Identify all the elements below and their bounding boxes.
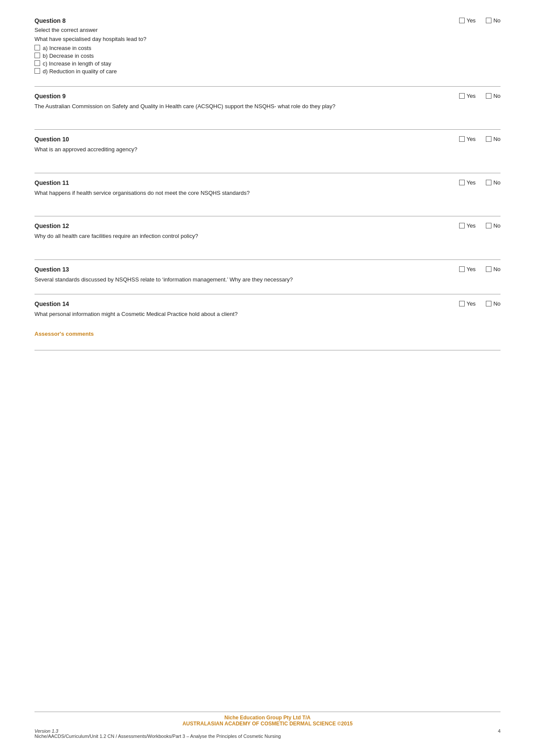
no-item-q13[interactable]: No [486, 266, 501, 272]
yes-no-group-q10: YesNo [440, 136, 501, 142]
option-label-q8-1: b) Decrease in costs [43, 53, 94, 59]
question-body-q14: What personal information might a Cosmet… [34, 310, 501, 319]
yes-item-q9[interactable]: Yes [459, 93, 476, 99]
yes-no-group-q8: YesNo [440, 17, 501, 24]
question-title-q8: Question 8 [34, 17, 66, 24]
no-label-q9: No [493, 93, 501, 99]
no-label-q14: No [493, 300, 501, 307]
yes-no-group-q9: YesNo [440, 93, 501, 99]
yes-checkbox-q14[interactable] [459, 301, 465, 306]
question-block-q9: Question 9YesNoThe Australian Commission… [34, 86, 501, 124]
question-block-q14: Question 14YesNoWhat personal informatio… [34, 294, 501, 323]
option-checkbox-q8-1[interactable] [34, 53, 40, 58]
no-item-q14[interactable]: No [486, 300, 501, 307]
no-checkbox-q11[interactable] [486, 180, 491, 185]
yes-no-group-q14: YesNo [440, 300, 501, 307]
footer-divider [34, 712, 501, 712]
yes-checkbox-q9[interactable] [459, 93, 465, 99]
footer-version: Version 1.3 [34, 728, 58, 734]
yes-checkbox-q13[interactable] [459, 266, 465, 272]
question-title-q13: Question 13 [34, 266, 69, 273]
assessor-label: Assessor's comments [34, 331, 501, 337]
divider-before-q11 [34, 173, 501, 173]
option-checkbox-q8-3[interactable] [34, 68, 40, 74]
no-item-q12[interactable]: No [486, 222, 501, 229]
option-q8-3[interactable]: d) Reduction in quality of care [34, 68, 501, 75]
divider-before-q12 [34, 216, 501, 216]
question-header-q11: Question 11YesNo [34, 179, 501, 186]
no-label-q10: No [493, 136, 501, 142]
yes-item-q14[interactable]: Yes [459, 300, 476, 307]
question-block-q13: Question 13YesNoSeveral standards discus… [34, 259, 501, 288]
yes-no-group-q11: YesNo [440, 179, 501, 186]
no-checkbox-q13[interactable] [486, 266, 491, 272]
question-body-q13: Several standards discussed by NSQHSS re… [34, 275, 501, 284]
option-label-q8-3: d) Reduction in quality of care [43, 68, 117, 75]
yes-item-q13[interactable]: Yes [459, 266, 476, 272]
yes-item-q8[interactable]: Yes [459, 17, 476, 24]
divider-before-q14 [34, 294, 501, 294]
question-header-q8: Question 8YesNo [34, 17, 501, 24]
no-label-q12: No [493, 222, 501, 229]
question-body-q12: Why do all health care facilities requir… [34, 232, 501, 241]
question-title-q9: Question 9 [34, 93, 66, 100]
footer-page: 4 [498, 728, 501, 739]
question-block-q12: Question 12YesNoWhy do all health care f… [34, 216, 501, 253]
yes-no-group-q13: YesNo [440, 266, 501, 272]
option-checkbox-q8-2[interactable] [34, 60, 40, 66]
no-item-q9[interactable]: No [486, 93, 501, 99]
question-body-q9: The Australian Commission on Safety and … [34, 102, 501, 111]
footer-path: Niche/AACDS/Curriculum/Unit 1.2 CN / Ass… [34, 734, 281, 739]
question-header-q9: Question 9YesNo [34, 93, 501, 100]
divider-before-q9 [34, 86, 501, 87]
no-checkbox-q8[interactable] [486, 18, 491, 23]
question-header-q10: Question 10YesNo [34, 136, 501, 143]
yes-checkbox-q12[interactable] [459, 223, 465, 228]
divider-before-q13 [34, 259, 501, 260]
option-checkbox-q8-0[interactable] [34, 45, 40, 50]
question-block-q10: Question 10YesNoWhat is an approved accr… [34, 129, 501, 167]
yes-label-q11: Yes [466, 179, 476, 186]
question-title-q11: Question 11 [34, 179, 69, 186]
yes-item-q12[interactable]: Yes [459, 222, 476, 229]
assessor-divider [34, 350, 501, 350]
yes-item-q11[interactable]: Yes [459, 179, 476, 186]
question-body-q11: What happens if health service organisat… [34, 189, 501, 197]
yes-checkbox-q10[interactable] [459, 136, 465, 142]
footer-brand-line2: AUSTRALASIAN ACADEMY OF COSMETIC DERMAL … [34, 721, 501, 727]
question-block-q8: Question 8YesNoSelect the correct answer… [34, 17, 501, 80]
question-title-q14: Question 14 [34, 300, 69, 307]
option-label-q8-0: a) Increase in costs [43, 45, 91, 51]
option-label-q8-2: c) Increase in length of stay [43, 60, 111, 67]
question-header-q12: Question 12YesNo [34, 222, 501, 229]
no-item-q8[interactable]: No [486, 17, 501, 24]
no-checkbox-q12[interactable] [486, 223, 491, 228]
option-q8-0[interactable]: a) Increase in costs [34, 45, 501, 51]
no-checkbox-q14[interactable] [486, 301, 491, 306]
divider-before-q10 [34, 129, 501, 130]
option-q8-1[interactable]: b) Decrease in costs [34, 53, 501, 59]
yes-label-q9: Yes [466, 93, 476, 99]
yes-label-q14: Yes [466, 300, 476, 307]
option-q8-2[interactable]: c) Increase in length of stay [34, 60, 501, 67]
no-item-q11[interactable]: No [486, 179, 501, 186]
no-label-q13: No [493, 266, 501, 272]
yes-no-group-q12: YesNo [440, 222, 501, 229]
question-title-q12: Question 12 [34, 222, 69, 229]
yes-checkbox-q11[interactable] [459, 180, 465, 185]
footer: Niche Education Group Pty Ltd T/A AUSTRA… [34, 712, 501, 739]
yes-label-q10: Yes [466, 136, 476, 142]
question-header-q14: Question 14YesNo [34, 300, 501, 307]
yes-item-q10[interactable]: Yes [459, 136, 476, 142]
question-instruction-q8: Select the correct answer [34, 27, 501, 33]
yes-label-q13: Yes [466, 266, 476, 272]
footer-brand-line1: Niche Education Group Pty Ltd T/A [34, 715, 501, 721]
question-title-q10: Question 10 [34, 136, 69, 143]
no-checkbox-q9[interactable] [486, 93, 491, 99]
yes-checkbox-q8[interactable] [459, 18, 465, 23]
question-header-q13: Question 13YesNo [34, 266, 501, 273]
question-body-q8: What have specialised day hospitals lead… [34, 35, 501, 44]
no-label-q8: No [493, 17, 501, 24]
no-item-q10[interactable]: No [486, 136, 501, 142]
no-checkbox-q10[interactable] [486, 136, 491, 142]
